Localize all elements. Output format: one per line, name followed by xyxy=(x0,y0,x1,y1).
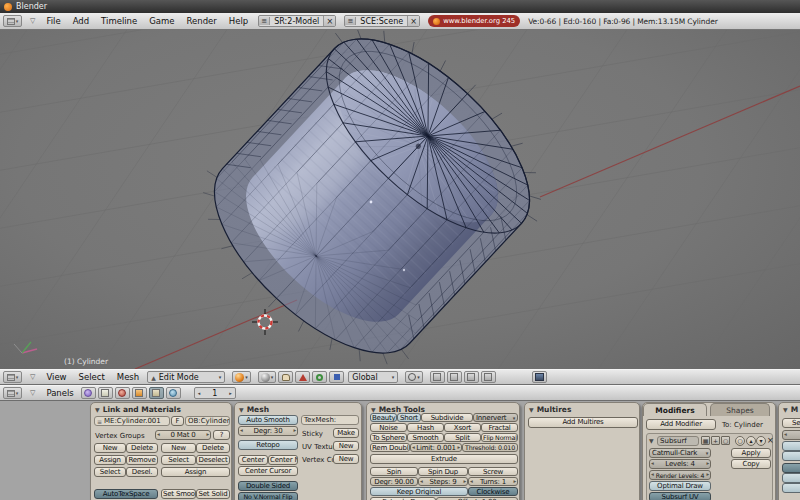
rem-doubles-button[interactable]: Rem Doubl xyxy=(370,443,410,452)
draw-type-button[interactable]: ▾ xyxy=(232,371,251,383)
screen-browse-icon[interactable]: ≡ xyxy=(259,17,270,25)
clipped-toggle-1[interactable] xyxy=(782,441,800,451)
menu-help[interactable]: Help xyxy=(223,16,254,26)
tab-modifiers[interactable]: Modifiers xyxy=(643,403,707,416)
modifier-render-toggle-icon[interactable]: ▦ xyxy=(701,436,710,445)
view3d-window-type-button[interactable]: ▾ xyxy=(3,371,22,383)
scene-close-icon[interactable]: × xyxy=(407,16,419,27)
increment-icon[interactable]: ▸ xyxy=(456,445,461,451)
copy-modifier-button[interactable]: Copy xyxy=(731,459,771,469)
to-sphere-button[interactable]: To Sphere xyxy=(370,433,407,442)
menu-panels[interactable]: Panels xyxy=(40,388,79,398)
xsort-button[interactable]: Xsort xyxy=(444,423,481,432)
mesh-datablock-field[interactable]: ≡ME:Cylinder.001 xyxy=(94,416,170,426)
modifier-oncage-icon[interactable]: ○ xyxy=(735,436,745,446)
spin-turns-field[interactable]: ◂Turns: 1▸ xyxy=(468,477,518,486)
threshold-field[interactable]: Threshold: 0.010 xyxy=(462,443,518,452)
modifier-name-field[interactable]: Subsurf xyxy=(657,436,699,446)
menu-game[interactable]: Game xyxy=(143,16,180,26)
clipped-toggle-2[interactable] xyxy=(782,451,800,461)
scene-name[interactable]: SCE:Scene xyxy=(356,17,407,26)
clockwise-toggle[interactable]: Clockwise xyxy=(468,487,518,496)
keep-original-toggle[interactable]: Keep Original xyxy=(370,487,468,496)
context-object-button[interactable] xyxy=(132,387,147,399)
proportional-edit-button[interactable]: ▾ xyxy=(405,371,423,383)
menu-view[interactable]: View xyxy=(40,372,72,382)
set-solid-button[interactable]: Set Solid xyxy=(196,489,230,499)
vgroup-new-button[interactable]: New xyxy=(94,443,126,453)
material-new-button[interactable]: New xyxy=(161,443,196,453)
clipped-toggle-3[interactable] xyxy=(782,463,800,473)
decrement-icon[interactable]: ◂ xyxy=(198,390,201,396)
smooth-button[interactable]: Smooth xyxy=(407,433,444,442)
spin-dup-button[interactable]: Spin Dup xyxy=(418,467,468,476)
object-name-field[interactable]: OB:Cylinder xyxy=(185,416,230,426)
screw-button[interactable]: Screw xyxy=(468,467,518,476)
pivot-point-button[interactable]: ▾ xyxy=(258,371,277,383)
modifier-move-down-icon[interactable]: ▾ xyxy=(756,436,766,446)
flip-normal-button[interactable]: Flip Normal xyxy=(481,433,518,442)
menu-mesh[interactable]: Mesh xyxy=(111,372,145,382)
limit-field[interactable]: ◂Limit: 0.001▸ xyxy=(410,443,462,452)
add-multires-button[interactable]: Add Multires xyxy=(528,417,638,428)
innervert-select[interactable]: Innervert▾ xyxy=(473,413,518,422)
material-help-button[interactable]: ? xyxy=(213,430,230,440)
buttons-page-stepper[interactable]: ◂ 1 ▸ xyxy=(194,387,236,399)
material-assign-button[interactable]: Assign xyxy=(161,467,230,477)
spin-degrees-field[interactable]: Degr: 90.00 xyxy=(370,477,418,486)
viewport-3d[interactable]: (1) Cylinder xyxy=(0,30,800,369)
material-deselect-button[interactable]: Deselect xyxy=(196,455,230,465)
rotate-manipulator-button[interactable] xyxy=(312,371,327,383)
extrude-button[interactable]: Extrude xyxy=(370,454,518,464)
context-shading-button[interactable] xyxy=(115,387,130,399)
viewport-canvas[interactable] xyxy=(0,30,800,369)
screen-close-icon[interactable]: × xyxy=(323,16,335,27)
context-logic-button[interactable] xyxy=(81,387,96,399)
render-preview-button[interactable] xyxy=(532,371,547,383)
subsurf-uv-toggle[interactable]: Subsurf UV xyxy=(649,492,711,500)
material-counter[interactable]: ◂0 Mat 0▸ xyxy=(155,430,211,440)
material-select-button[interactable]: Select xyxy=(161,455,196,465)
modifier-delete-icon[interactable]: × xyxy=(767,436,774,445)
noise-button[interactable]: Noise xyxy=(370,423,407,432)
increment-icon[interactable]: ▸ xyxy=(462,479,467,485)
context-editing-button[interactable] xyxy=(149,387,164,399)
vgroup-select-button[interactable]: Select xyxy=(94,467,126,477)
clipped-toggle-4[interactable] xyxy=(782,473,800,483)
short-toggle[interactable]: Short xyxy=(397,413,421,422)
scene-browse-icon[interactable]: ≡ xyxy=(345,17,356,25)
apply-modifier-button[interactable]: Apply xyxy=(731,448,771,458)
increment-icon[interactable]: ▸ xyxy=(705,472,710,478)
center-new-button[interactable]: Center New xyxy=(268,455,298,465)
fake-user-button[interactable]: F xyxy=(171,416,184,426)
snap-button[interactable] xyxy=(430,371,445,383)
mode-select[interactable]: ▲ Edit Mode ▾ xyxy=(147,371,225,383)
menu-select[interactable]: Select xyxy=(73,372,111,382)
panel-header-link-materials[interactable]: ▼Link and Materials xyxy=(95,405,181,414)
context-scene-button[interactable] xyxy=(166,387,181,399)
modifier-editmode-toggle-icon[interactable]: ○ xyxy=(721,436,730,445)
fractal-button[interactable]: Fractal xyxy=(481,423,518,432)
view3d-collapse-icon[interactable]: ▽ xyxy=(30,373,35,381)
translate-manipulator-button[interactable] xyxy=(295,371,310,383)
subdivide-button[interactable]: Subdivide xyxy=(421,413,473,422)
levels-field[interactable]: ◂Levels: 4▸ xyxy=(649,459,711,469)
increment-icon[interactable]: ▸ xyxy=(229,390,232,396)
vgroup-assign-button[interactable]: Assign xyxy=(94,455,126,465)
double-sided-toggle[interactable]: Double Sided xyxy=(238,481,298,491)
decrement-icon[interactable]: ◂ xyxy=(783,432,788,438)
datablock-browse-icon[interactable]: ≡ xyxy=(97,418,102,425)
vertex-select-mode-button[interactable] xyxy=(447,371,462,383)
clipped-toggle-5[interactable] xyxy=(782,483,800,493)
scale-manipulator-button[interactable] xyxy=(329,371,344,383)
vgroup-remove-button[interactable]: Remove xyxy=(126,455,158,465)
panel-header-multires[interactable]: ▼Multires xyxy=(529,405,571,414)
clipped-number-field[interactable]: ◂ xyxy=(782,430,800,440)
edge-select-mode-button[interactable] xyxy=(464,371,479,383)
spin-button[interactable]: Spin xyxy=(370,467,418,476)
vgroup-deselect-button[interactable]: Desel. xyxy=(126,467,158,477)
buttons-collapse-icon[interactable]: ▽ xyxy=(30,389,35,397)
no-vnormal-flip-toggle[interactable]: No V.Normal Flip xyxy=(238,492,298,500)
header-collapse-icon[interactable]: ▽ xyxy=(30,17,35,25)
spin-steps-field[interactable]: ◂Steps: 9▸ xyxy=(418,477,468,486)
